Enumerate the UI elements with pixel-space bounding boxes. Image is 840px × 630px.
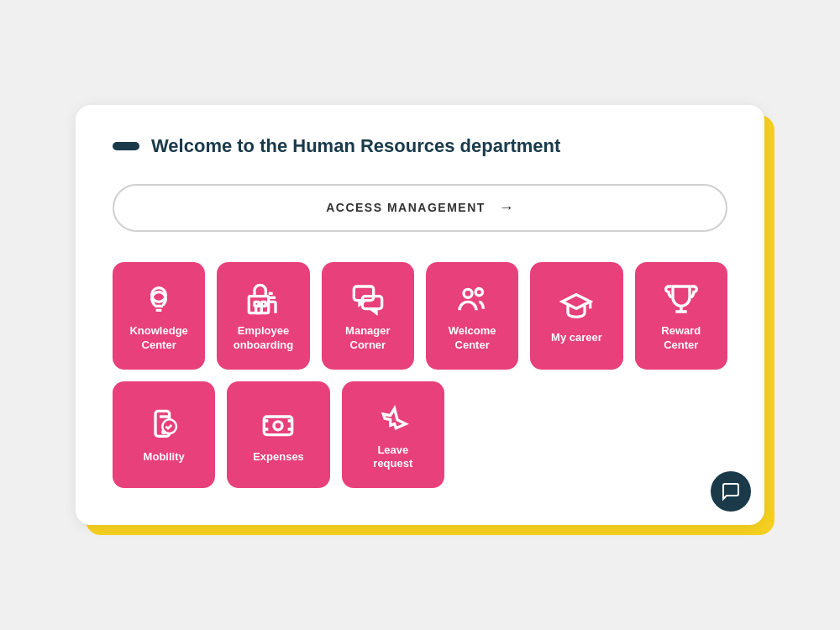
outer-wrapper: Welcome to the Human Resources departmen… [76, 105, 764, 526]
lightbulb-icon [142, 282, 176, 316]
spacer-3 [645, 381, 727, 489]
tile-leave-request[interactable]: Leaverequest [342, 381, 444, 489]
tile-my-career[interactable]: My career [530, 262, 622, 370]
tiles-grid: KnowledgeCenter Employeeonboarding [113, 262, 727, 489]
graduation-icon [559, 289, 593, 323]
spacer-2 [550, 381, 633, 489]
mobile-check-icon [147, 408, 181, 442]
access-management-label: ACCESS MANAGEMENT [326, 201, 486, 214]
airplane-icon [376, 402, 410, 435]
access-management-button[interactable]: ACCESS MANAGEMENT → [113, 184, 727, 232]
page-title: Welcome to the Human Resources departmen… [151, 135, 560, 157]
arrow-icon: → [499, 199, 514, 217]
tile-welcome-center[interactable]: WelcomeCenter [426, 262, 518, 370]
svg-rect-13 [265, 417, 292, 435]
spacer-1 [456, 381, 538, 489]
tile-manager-corner[interactable]: ManagerCorner [322, 262, 414, 370]
tile-label-reward-center: RewardCenter [661, 324, 701, 353]
tiles-row-1: KnowledgeCenter Employeeonboarding [113, 262, 727, 370]
cash-icon [261, 408, 295, 442]
tile-label-employee-onboarding: Employeeonboarding [234, 324, 294, 353]
svg-point-14 [274, 422, 282, 430]
tile-mobility[interactable]: Mobility [113, 381, 215, 489]
tile-label-my-career: My career [551, 331, 602, 345]
svg-point-7 [464, 289, 472, 297]
svg-rect-4 [256, 306, 262, 312]
chat-icon [721, 481, 741, 501]
tile-reward-center[interactable]: RewardCenter [635, 262, 727, 370]
trophy-icon [664, 282, 698, 316]
chat-fab-button[interactable] [711, 471, 751, 512]
tile-label-manager-corner: ManagerCorner [345, 324, 390, 353]
building-icon [246, 282, 280, 316]
tile-label-mobility: Mobility [144, 450, 185, 465]
svg-point-8 [475, 288, 482, 295]
svg-marker-9 [563, 295, 591, 309]
tile-knowledge-center[interactable]: KnowledgeCenter [113, 262, 205, 370]
tile-employee-onboarding[interactable]: Employeeonboarding [217, 262, 309, 370]
tile-label-leave-request: Leaverequest [373, 444, 412, 472]
chat-bubbles-icon [351, 282, 385, 316]
tile-label-welcome-center: WelcomeCenter [449, 324, 496, 353]
card: Welcome to the Human Resources departmen… [76, 105, 764, 526]
people-icon [455, 282, 489, 316]
header: Welcome to the Human Resources departmen… [113, 135, 727, 157]
tile-label-expenses: Expenses [253, 450, 304, 465]
tile-label-knowledge-center: KnowledgeCenter [129, 324, 187, 353]
tiles-row-2: Mobility Expenses Leaverequest [113, 381, 727, 489]
header-bar-decoration [113, 142, 139, 150]
tile-expenses[interactable]: Expenses [227, 381, 329, 489]
